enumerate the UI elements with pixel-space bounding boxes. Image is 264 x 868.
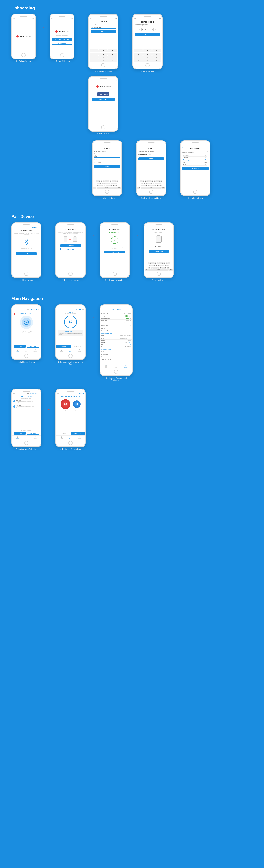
numpad2-4[interactable]: 4 [134, 53, 143, 56]
key-x[interactable]: X [101, 185, 103, 186]
next-btn-1-4[interactable]: NEXT [94, 165, 120, 168]
kb3-space[interactable]: space [148, 269, 168, 271]
kb2-s[interactable]: S [143, 183, 146, 184]
home-button-1-3[interactable] [146, 63, 150, 67]
home-button-1-5[interactable] [149, 190, 153, 194]
key-r[interactable]: R [103, 181, 105, 182]
home-button-1-2b[interactable] [101, 125, 105, 129]
kb2-q[interactable]: Q [140, 181, 142, 182]
kb3-return[interactable]: return [169, 269, 173, 271]
key-q[interactable]: Q [96, 181, 98, 182]
numpad-star[interactable]: * [90, 59, 99, 62]
key-h[interactable]: H [108, 183, 110, 184]
about-row[interactable]: About › [100, 350, 132, 353]
home-button-1-0[interactable] [22, 53, 26, 57]
key-a[interactable]: A [97, 183, 99, 184]
numpad-3[interactable]: 3 [108, 50, 117, 52]
key-c[interactable]: C [104, 185, 105, 186]
continue-btn-1-2b[interactable]: CONTINUE [91, 98, 115, 101]
numpad-4[interactable]: 4 [90, 53, 99, 56]
home-button-3-0a[interactable] [24, 354, 28, 358]
numpad-2[interactable]: 2 [99, 50, 108, 52]
kb2-x[interactable]: X [146, 185, 147, 186]
kb2-i[interactable]: I [156, 181, 158, 182]
numpad2-hash[interactable]: # [152, 59, 161, 62]
key-m[interactable]: M [112, 185, 114, 186]
kb2-space[interactable]: space [141, 187, 161, 189]
kb2-r[interactable]: R [147, 181, 149, 182]
save-height-btn[interactable]: SAVE [128, 342, 131, 343]
kb2-d[interactable]: D [146, 183, 148, 184]
device-name-input[interactable] [146, 245, 171, 248]
nav-wave-3-0b[interactable]: 〜 Wave [25, 436, 27, 439]
kb3-q[interactable]: Q [148, 262, 150, 265]
kb3-j[interactable]: J [162, 265, 164, 267]
nav-settings-3-2[interactable]: ⚙ Settings [124, 365, 128, 368]
kb3-s[interactable]: S [151, 265, 153, 267]
home-button-3-0b[interactable] [24, 441, 28, 445]
key-y[interactable]: Y [107, 181, 109, 182]
gear-icon-3-0a[interactable]: ⚙ [27, 308, 29, 310]
key-i[interactable]: I [112, 181, 114, 182]
nav-settings-3-1a[interactable]: ⚙ Settings [78, 349, 81, 352]
numpad-1[interactable]: 1 [90, 50, 99, 52]
key-j[interactable]: J [111, 183, 112, 184]
waveform-item-1[interactable]: Cold Beat Cold wave when in warm environ… [12, 399, 41, 404]
kb2-z[interactable]: Z [143, 185, 145, 186]
led-toggle[interactable] [126, 318, 129, 319]
unpair-btn-3-0b[interactable]: UNPAIR [27, 432, 39, 435]
home-button-3-1b[interactable] [69, 441, 73, 445]
privacy-row[interactable]: Privacy Policy › [100, 353, 132, 355]
key-return[interactable]: return [117, 187, 121, 189]
key-123[interactable]: 123 [93, 187, 96, 189]
numpad2-9[interactable]: 9 [152, 56, 161, 59]
key-b[interactable]: B [108, 185, 110, 186]
back-arrow-1-5[interactable]: ‹ [138, 147, 139, 148]
kb2-j[interactable]: J [155, 183, 157, 184]
key-u[interactable]: U [110, 181, 111, 182]
kb3-w[interactable]: W [150, 262, 152, 265]
confirm-btn[interactable]: CONFIRM [60, 244, 81, 247]
numpad-9[interactable]: 9 [108, 56, 117, 59]
key-del[interactable]: ⌫ [115, 185, 117, 186]
back-arrow-1-6[interactable]: ‹ [182, 147, 183, 148]
kb3-t[interactable]: T [157, 262, 159, 265]
home-button-2-0[interactable] [24, 272, 28, 276]
kb3-x[interactable]: X [153, 267, 155, 269]
key-d[interactable]: D [102, 183, 104, 184]
kb2-e[interactable]: E [144, 181, 147, 182]
kb2-w[interactable]: W [142, 181, 144, 182]
kb2-k[interactable]: K [157, 183, 159, 184]
mobile-number-btn[interactable]: MOBILE NUMBER [52, 38, 72, 41]
numpad2-0[interactable]: 0 [143, 59, 152, 62]
key-shift[interactable]: ⇧ [97, 185, 99, 186]
waveform-item-2[interactable]: Cold Device Cold wave when device temper… [12, 404, 41, 409]
kb3-i[interactable]: I [163, 262, 165, 265]
key-k[interactable]: K [113, 183, 115, 184]
unpair-btn-3-0a[interactable]: UNPAIR [27, 345, 39, 347]
firmware-row[interactable]: Firmware › [100, 327, 132, 330]
home-button-2-3[interactable] [157, 272, 161, 276]
home-button-3-1a[interactable] [69, 354, 73, 358]
kb2-t[interactable]: T [149, 181, 151, 182]
numpad2-5[interactable]: 5 [143, 53, 152, 56]
sync-btn-3-0a[interactable]: SYNC [14, 345, 26, 347]
kb2-m[interactable]: M [157, 185, 159, 186]
kb2-del[interactable]: ⌫ [159, 185, 162, 186]
kb3-y[interactable]: Y [159, 262, 161, 265]
kb3-c[interactable]: C [155, 267, 157, 269]
key-g[interactable]: G [106, 183, 108, 184]
tutorial-row[interactable]: Tutorial Mode › [100, 330, 132, 332]
nav-wave-3-0a[interactable]: 〜 Wave [25, 349, 27, 352]
pair-devices-row[interactable]: Pair Devices › [100, 324, 132, 327]
kb2-c[interactable]: C [148, 185, 150, 186]
next-btn-1-2a[interactable]: NEXT [90, 30, 116, 33]
today-tab-3-1b[interactable]: TODAY [56, 432, 71, 435]
continue-btn-2-3[interactable]: CONTINUE [149, 250, 169, 252]
gear-icon-3-0b[interactable]: ⚙ [27, 393, 29, 395]
kb3-a[interactable]: A [149, 265, 151, 267]
kb2-a[interactable]: A [141, 183, 143, 184]
kb3-k[interactable]: K [165, 265, 166, 267]
nav-device-3-1a[interactable]: ⌚ Device [60, 349, 63, 352]
key-t[interactable]: T [105, 181, 107, 182]
